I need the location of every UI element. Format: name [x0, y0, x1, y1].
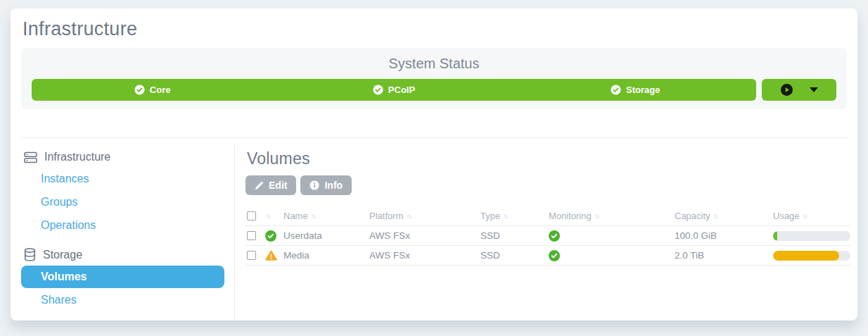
info-button-label: Info — [324, 180, 343, 191]
sidebar: Infrastructure Instances Groups Operatio… — [21, 145, 235, 321]
status-actions-dropdown-button[interactable] — [762, 79, 836, 101]
row-checkbox[interactable] — [247, 231, 256, 240]
check-circle-icon — [373, 85, 383, 95]
monitoring-ok-icon — [549, 230, 560, 242]
usage-bar-fill — [773, 251, 839, 261]
sidebar-item-instances[interactable]: Instances — [21, 168, 234, 190]
table-header-row: ↑↓ Name↑↓ Platform↑↓ Type↑↓ Monitoring↑↓… — [245, 206, 850, 226]
header-status[interactable]: ↑↓ — [265, 212, 283, 220]
system-status-title: System Status — [32, 55, 836, 72]
system-status-row: Core PCoIP Storage — [32, 79, 836, 101]
header-name[interactable]: Name↑↓ — [283, 211, 369, 221]
cell-platform: AWS FSx — [369, 250, 480, 261]
system-status-bar: Core PCoIP Storage — [32, 79, 756, 101]
check-circle-icon — [611, 85, 621, 95]
header-monitoring[interactable]: Monitoring↑↓ — [549, 211, 675, 221]
header-select-all-cell — [247, 211, 265, 220]
row-select-cell — [247, 251, 265, 260]
database-icon — [24, 248, 36, 261]
header-platform[interactable]: Platform↑↓ — [369, 211, 480, 221]
status-segment-storage: Storage — [515, 79, 756, 101]
status-segment-label: PCoIP — [388, 85, 415, 95]
sort-icon: ↑↓ — [594, 212, 599, 220]
content-area: Infrastructure Instances Groups Operatio… — [21, 145, 847, 321]
usage-bar-track — [773, 251, 850, 261]
table-row-media[interactable]: Media AWS FSx SSD 2.0 TiB — [245, 246, 850, 266]
sidebar-section-storage: Storage — [21, 245, 234, 264]
sidebar-section-label: Storage — [43, 249, 82, 261]
sidebar-item-volumes[interactable]: Volumes — [21, 266, 224, 288]
cell-usage — [773, 251, 850, 261]
sort-icon: ↑↓ — [311, 212, 315, 220]
volumes-panel: Volumes Edit Info ↑↓ Name↑↓ Platform↑↓ T… — [235, 145, 850, 321]
info-icon — [309, 180, 319, 190]
section-divider — [21, 137, 847, 138]
cell-type: SSD — [480, 230, 549, 241]
sidebar-links-storage: Volumes Shares — [21, 266, 234, 311]
sidebar-item-operations[interactable]: Operations — [21, 214, 234, 237]
cell-type: SSD — [480, 250, 549, 261]
page-title: Infrastructure — [23, 18, 847, 39]
sidebar-links-infrastructure: Instances Groups Operations — [21, 168, 234, 237]
edit-button-label: Edit — [269, 180, 287, 191]
row-select-cell — [247, 231, 265, 240]
system-status-panel: System Status Core PCoIP Storage — [21, 48, 847, 109]
header-usage[interactable]: Usage↑↓ — [773, 211, 850, 221]
sidebar-item-shares[interactable]: Shares — [21, 289, 234, 311]
sort-icon: ↑↓ — [265, 212, 269, 220]
status-segment-label: Core — [150, 85, 171, 95]
info-button[interactable]: Info — [300, 175, 352, 195]
cell-monitoring — [549, 250, 675, 261]
volumes-toolbar: Edit Info — [245, 175, 850, 195]
usage-bar-track — [773, 231, 850, 241]
usage-bar-fill — [773, 231, 777, 241]
chevron-down-icon — [810, 87, 818, 92]
sidebar-section-label: Infrastructure — [44, 151, 110, 163]
monitoring-ok-icon — [549, 250, 560, 261]
cell-monitoring — [549, 230, 675, 242]
cell-name: Media — [283, 250, 369, 261]
row-status-cell — [265, 230, 283, 242]
play-icon — [781, 84, 793, 96]
sort-icon: ↑↓ — [803, 212, 807, 220]
status-segment-core: Core — [32, 79, 273, 101]
sort-icon: ↑↓ — [713, 212, 717, 220]
cell-capacity: 100.0 GiB — [675, 230, 773, 241]
table-row-userdata[interactable]: Userdata AWS FSx SSD 100.0 GiB — [245, 226, 850, 246]
cell-usage — [773, 231, 850, 241]
sort-icon: ↑↓ — [406, 212, 410, 220]
sidebar-section-infrastructure: Infrastructure — [21, 148, 234, 166]
cell-platform: AWS FSx — [369, 230, 480, 241]
cell-capacity: 2.0 TiB — [675, 250, 773, 261]
check-circle-icon — [134, 85, 145, 95]
sidebar-item-groups[interactable]: Groups — [21, 191, 234, 213]
server-icon — [24, 151, 37, 163]
status-warning-icon — [265, 250, 277, 261]
infrastructure-card: Infrastructure System Status Core PCoIP … — [11, 8, 857, 321]
status-segment-label: Storage — [626, 85, 660, 95]
cell-name: Userdata — [283, 230, 369, 241]
header-type[interactable]: Type↑↓ — [480, 211, 549, 221]
row-status-cell — [265, 250, 283, 261]
edit-button[interactable]: Edit — [245, 175, 296, 195]
status-ok-icon — [265, 230, 276, 242]
status-segment-pcoip: PCoIP — [273, 79, 514, 101]
select-all-checkbox[interactable] — [247, 211, 256, 220]
pencil-icon — [255, 181, 264, 190]
header-capacity[interactable]: Capacity↑↓ — [675, 211, 773, 221]
volumes-title: Volumes — [247, 149, 850, 168]
sort-icon: ↑↓ — [503, 212, 507, 220]
row-checkbox[interactable] — [247, 251, 256, 260]
